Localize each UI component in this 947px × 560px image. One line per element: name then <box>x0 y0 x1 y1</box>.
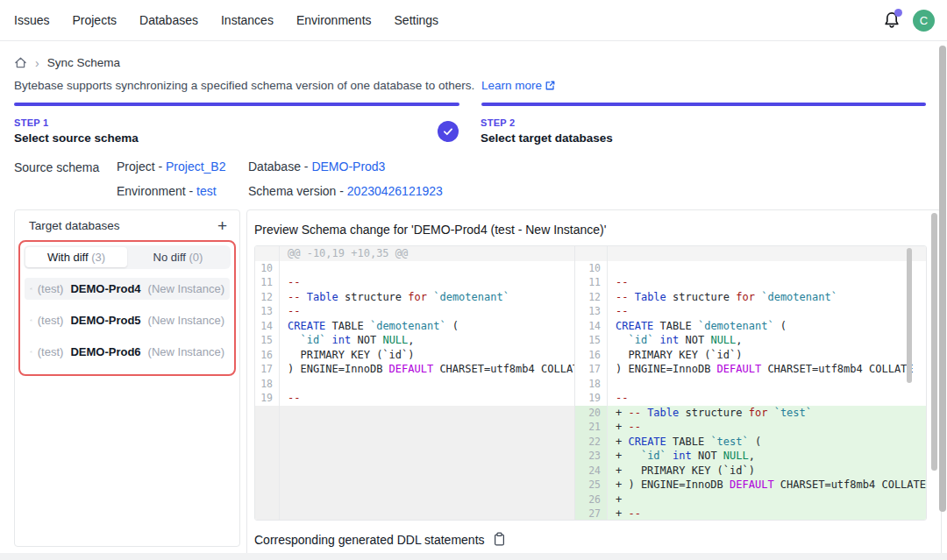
diff-hunk-header <box>575 246 926 261</box>
steps-row: STEP 1 Select source schema STEP 2 Selec… <box>14 117 926 145</box>
db-instance-note: (New Instance) <box>148 282 224 295</box>
diff-line: 22+ CREATE TABLE `test` ( <box>575 435 926 450</box>
page-scrollbar[interactable] <box>939 46 946 512</box>
field-label: Project - <box>117 159 166 174</box>
field-label: Database - <box>248 159 311 174</box>
target-databases-highlight-box: With diff (3)No diff (0) (test)DEMO-Prod… <box>18 240 236 376</box>
home-icon[interactable] <box>14 56 27 69</box>
step1-completed-check-icon <box>438 121 459 142</box>
db-environment: (test) <box>38 314 64 327</box>
diff-line: 11-- <box>255 275 574 290</box>
diff-hunk-header: @@ -10,19 +10,35 @@ <box>255 246 574 261</box>
diff-line: 18 <box>575 377 926 392</box>
nav-item-issues[interactable]: Issues <box>14 13 49 27</box>
target-db-item[interactable]: (test)DEMO-Prod5(New Instance) <box>25 309 230 331</box>
nav-item-environments[interactable]: Environments <box>296 13 372 27</box>
diff-line: 15 `id` int NOT NULL, <box>575 333 926 348</box>
main-content: Target databases + With diff (3)No diff … <box>14 209 928 560</box>
source-schema-summary: Source schema Project - Project_B2Databa… <box>14 159 933 198</box>
step1-progress-bar <box>14 103 459 106</box>
diff-line: 20+ -- Table structure for `test` <box>575 406 926 421</box>
db-environment: (test) <box>38 282 64 295</box>
add-target-database-button[interactable]: + <box>217 220 227 232</box>
diff-line: 12-- Table structure for `demotenant` <box>255 290 574 305</box>
source-field-project: Project - Project_B2 <box>117 159 248 174</box>
diff-line: 14CREATE TABLE `demotenant` ( <box>255 319 574 334</box>
diff-line: 19-- <box>575 391 926 406</box>
step2-progress-bar <box>481 103 927 106</box>
diff-line: 16 PRIMARY KEY (`id`) <box>255 348 574 363</box>
db-name: DEMO-Prod6 <box>70 345 140 358</box>
db-environment: (test) <box>38 345 64 358</box>
source-schema-label: Source schema <box>14 159 117 198</box>
nav-menu: IssuesProjectsDatabasesInstancesEnvironm… <box>14 13 461 27</box>
diff-line: 17) ENGINE=InnoDB DEFAULT CHARSET=utf8mb… <box>575 362 926 377</box>
field-value-link[interactable]: DEMO-Prod3 <box>311 159 385 174</box>
intro-description: Bytebase supports synchronizing a specif… <box>14 79 474 92</box>
nav-right: C <box>882 10 935 32</box>
field-value-link[interactable]: 20230426121923 <box>347 184 443 198</box>
field-label: Environment - <box>117 184 196 198</box>
field-label: Schema version - <box>248 184 347 198</box>
diff-empty-filler <box>255 406 574 521</box>
mysql-icon <box>30 345 32 358</box>
step1-label: STEP 1 <box>14 117 139 128</box>
ddl-statements-title: Corresponding generated DDL statements <box>254 533 485 547</box>
step1-title: Select source schema <box>14 131 139 145</box>
tab-with-diff[interactable]: With diff (3) <box>25 247 127 267</box>
step-2[interactable]: STEP 2 Select target databases <box>481 117 613 145</box>
diff-line: 13-- <box>575 304 926 319</box>
db-instance-note: (New Instance) <box>148 314 224 327</box>
breadcrumb: › Sync Schema <box>0 41 947 69</box>
diff-line: 10 <box>255 261 574 276</box>
preview-panel: Preview Schema change for 'DEMO-Prod4 (t… <box>246 209 942 560</box>
target-db-item[interactable]: (test)DEMO-Prod4(New Instance) <box>25 278 230 300</box>
diff-line: 12-- Table structure for `demotenant` <box>575 290 926 305</box>
target-databases-title: Target databases <box>29 219 120 232</box>
diff-line: 18 <box>255 377 574 392</box>
schema-diff-editor: @@ -10,19 +10,35 @@1011--12-- Table stru… <box>254 245 927 521</box>
diff-pane-original: @@ -10,19 +10,35 @@1011--12-- Table stru… <box>255 246 574 520</box>
diff-line: 17) ENGINE=InnoDB DEFAULT CHARSET=utf8mb… <box>255 362 574 377</box>
panel-scrollbar[interactable] <box>931 213 937 471</box>
diff-line: 23+ `id` int NOT NULL, <box>575 449 926 464</box>
nav-item-databases[interactable]: Databases <box>139 13 198 27</box>
diff-line: 10 <box>575 261 926 276</box>
external-link-icon <box>545 80 556 91</box>
notifications-button[interactable] <box>882 11 901 30</box>
sync-schema-page: { "accent": "#4f46e5", "nav": { "items":… <box>0 0 947 560</box>
source-schema-fields: Project - Project_B2Database - DEMO-Prod… <box>117 159 443 198</box>
db-instance-note: (New Instance) <box>148 345 224 358</box>
step-progress-bars <box>14 103 926 106</box>
db-name: DEMO-Prod4 <box>70 282 140 295</box>
ddl-code-block-edge <box>0 553 947 560</box>
diff-line: 27+ -- <box>575 507 926 520</box>
breadcrumb-page-title: Sync Schema <box>47 56 120 69</box>
mysql-icon <box>30 314 32 327</box>
top-nav: IssuesProjectsDatabasesInstancesEnvironm… <box>0 0 947 41</box>
nav-item-settings[interactable]: Settings <box>395 13 439 27</box>
tab-no-diff[interactable]: No diff (0) <box>127 247 229 267</box>
copy-ddl-button[interactable] <box>493 532 506 547</box>
breadcrumb-separator: › <box>35 57 39 69</box>
learn-more-link[interactable]: Learn more <box>481 79 556 92</box>
diff-scrollbar[interactable] <box>907 248 912 383</box>
step2-title: Select target databases <box>481 131 613 145</box>
avatar[interactable]: C <box>913 10 935 32</box>
field-value-link[interactable]: test <box>196 184 217 198</box>
step-1[interactable]: STEP 1 Select source schema <box>14 117 459 145</box>
diff-filter-tabs: With diff (3)No diff (0) <box>24 245 231 269</box>
clipboard-icon <box>493 532 506 547</box>
target-db-item[interactable]: (test)DEMO-Prod6(New Instance) <box>25 341 230 363</box>
diff-line: 26+ <box>575 493 926 507</box>
intro-text: Bytebase supports synchronizing a specif… <box>0 69 947 92</box>
notification-dot <box>894 9 902 17</box>
nav-item-instances[interactable]: Instances <box>221 13 274 27</box>
diff-line: 14CREATE TABLE `demotenant` ( <box>575 319 926 334</box>
diff-line: 11-- <box>575 275 926 290</box>
diff-line: 24+ PRIMARY KEY (`id`) <box>575 464 926 478</box>
diff-line: 25+ ) ENGINE=InnoDB DEFAULT CHARSET=utf8… <box>575 478 926 493</box>
nav-item-projects[interactable]: Projects <box>72 13 117 27</box>
source-field-database: Database - DEMO-Prod3 <box>248 159 443 174</box>
field-value-link[interactable]: Project_B2 <box>166 159 225 174</box>
